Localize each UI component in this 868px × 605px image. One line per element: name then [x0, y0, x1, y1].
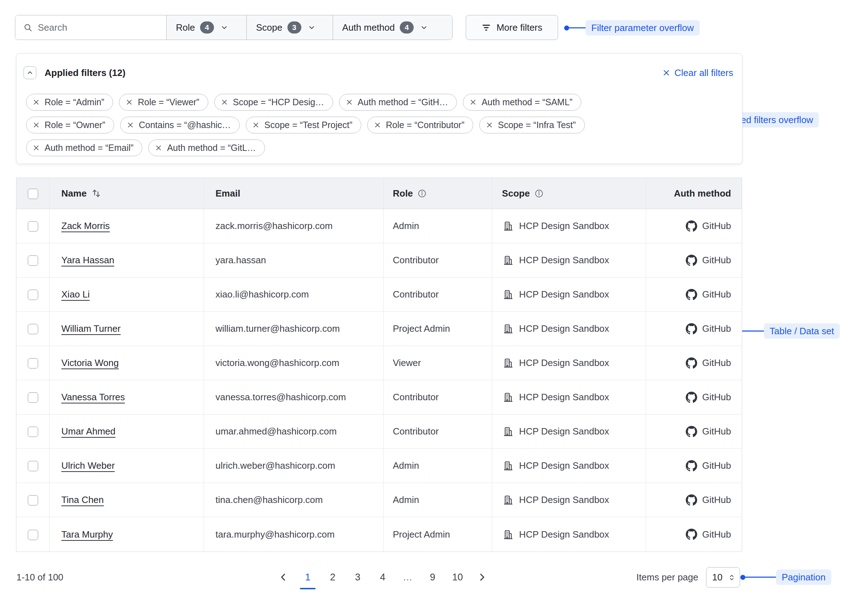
user-name-link[interactable]: Tina Chen: [61, 495, 104, 505]
user-name-link[interactable]: Tara Murphy: [61, 529, 113, 540]
applied-filter-chip[interactable]: Role = “Admin”: [26, 94, 113, 110]
chevron-down-icon: [308, 23, 316, 31]
close-icon[interactable]: [127, 121, 134, 129]
row-checkbox[interactable]: [28, 221, 38, 231]
close-icon[interactable]: [252, 121, 260, 129]
table-row: Tara Murphy tara.murphy@hashicorp.com Pr…: [16, 517, 742, 551]
github-icon: [686, 220, 697, 232]
applied-filter-chip-label: Contains = “@hashic…: [139, 120, 231, 130]
applied-filter-chip[interactable]: Auth method = “SAML”: [463, 94, 581, 110]
search-input[interactable]: [38, 22, 159, 33]
page-number: …: [400, 571, 415, 583]
org-building-icon: [502, 494, 514, 506]
user-auth-method: GitHub: [702, 495, 731, 506]
collapse-applied-filters-button[interactable]: [23, 66, 36, 79]
role-filter-dropdown[interactable]: Role 4: [166, 16, 246, 40]
user-scope: HCP Design Sandbox: [519, 289, 609, 300]
column-header-name[interactable]: Name: [61, 188, 87, 199]
search-field[interactable]: [16, 16, 166, 40]
applied-filter-chip[interactable]: Scope = “HCP Desig…: [214, 94, 333, 110]
row-checkbox[interactable]: [28, 358, 38, 369]
row-checkbox[interactable]: [28, 392, 38, 403]
applied-filter-chip[interactable]: Auth method = “GitH…: [339, 94, 457, 110]
user-name-link[interactable]: William Turner: [61, 323, 121, 334]
scope-filter-dropdown[interactable]: Scope 3: [246, 16, 333, 40]
user-name-link[interactable]: Vanessa Torres: [61, 392, 125, 402]
chevron-down-icon: [420, 23, 428, 31]
close-icon[interactable]: [346, 98, 353, 106]
column-header-auth-method: Auth method: [674, 188, 731, 199]
user-email: william.turner@hashicorp.com: [215, 323, 340, 334]
page-number[interactable]: 1: [300, 571, 316, 583]
role-filter-label: Role: [176, 22, 195, 33]
close-icon[interactable]: [33, 121, 40, 129]
user-email: xiao.li@hashicorp.com: [215, 289, 309, 299]
user-email: yara.hassan: [215, 255, 266, 265]
page-number[interactable]: 2: [325, 571, 341, 583]
user-name-link[interactable]: Umar Ahmed: [61, 426, 116, 437]
applied-filter-chip[interactable]: Auth method = “GitL…: [148, 140, 265, 156]
user-email: vanessa.torres@hashicorp.com: [215, 392, 346, 402]
close-icon[interactable]: [126, 98, 133, 106]
org-building-icon: [502, 391, 514, 403]
page-number[interactable]: 4: [375, 571, 391, 583]
previous-page-button[interactable]: [276, 572, 291, 582]
filter-lines-icon: [481, 23, 491, 33]
page-number[interactable]: 3: [350, 571, 366, 583]
auth-method-filter-dropdown[interactable]: Auth method 4: [333, 16, 452, 40]
user-name-link[interactable]: Ulrich Weber: [61, 460, 115, 471]
applied-filter-chip-label: Scope = “HCP Desig…: [233, 97, 324, 107]
role-filter-count-badge: 4: [200, 22, 214, 34]
page-number[interactable]: 9: [425, 571, 440, 583]
page-number[interactable]: 10: [450, 571, 465, 583]
row-checkbox[interactable]: [28, 324, 38, 334]
items-per-page-select[interactable]: 10: [706, 567, 740, 588]
user-role: Admin: [393, 495, 419, 505]
more-filters-label: More filters: [496, 22, 542, 33]
row-checkbox[interactable]: [28, 427, 38, 437]
info-icon[interactable]: [534, 189, 544, 199]
applied-filter-chip[interactable]: Role = “Viewer”: [119, 94, 208, 110]
sort-icon[interactable]: [91, 188, 102, 199]
applied-filter-chip[interactable]: Scope = “Test Project”: [246, 116, 361, 133]
close-icon[interactable]: [486, 121, 493, 129]
applied-filter-chip[interactable]: Auth method = “Email”: [26, 140, 142, 156]
chevron-up-icon: [26, 69, 34, 76]
user-role: Admin: [393, 460, 419, 471]
applied-filter-chip[interactable]: Role = “Owner”: [26, 116, 114, 133]
table-row: Ulrich Weber ulrich.weber@hashicorp.com …: [16, 449, 742, 483]
github-icon: [686, 460, 697, 472]
close-icon[interactable]: [221, 98, 228, 106]
applied-filter-chip[interactable]: Scope = “Infra Test”: [479, 116, 584, 133]
applied-filter-chip[interactable]: Role = “Contributor”: [367, 116, 473, 133]
github-icon: [686, 529, 697, 540]
next-page-button[interactable]: [475, 572, 489, 582]
close-icon[interactable]: [155, 144, 162, 152]
info-icon[interactable]: [417, 189, 427, 199]
row-checkbox[interactable]: [28, 290, 38, 300]
row-checkbox[interactable]: [28, 461, 38, 471]
org-building-icon: [502, 254, 514, 266]
user-name-link[interactable]: Victoria Wong: [61, 357, 119, 368]
user-role: Project Admin: [393, 529, 450, 540]
close-icon[interactable]: [33, 98, 40, 106]
more-filters-button[interactable]: More filters: [466, 15, 558, 40]
user-scope: HCP Design Sandbox: [519, 495, 609, 506]
clear-all-filters-button[interactable]: Clear all filters: [662, 67, 733, 79]
user-name-link[interactable]: Xiao Li: [61, 289, 90, 299]
row-checkbox[interactable]: [28, 530, 38, 540]
select-all-checkbox[interactable]: [28, 189, 38, 199]
user-scope: HCP Design Sandbox: [519, 460, 609, 471]
auth-method-filter-count-badge: 4: [400, 22, 414, 34]
user-name-link[interactable]: Zack Morris: [61, 220, 110, 231]
user-name-link[interactable]: Yara Hassan: [61, 255, 114, 265]
row-checkbox[interactable]: [28, 495, 38, 506]
close-icon[interactable]: [374, 121, 381, 129]
applied-filter-chip[interactable]: Contains = “@hashic…: [120, 116, 240, 133]
user-auth-method: GitHub: [702, 529, 731, 540]
close-icon[interactable]: [33, 144, 40, 152]
close-icon: [662, 69, 670, 77]
row-checkbox[interactable]: [28, 255, 38, 266]
org-building-icon: [502, 529, 514, 540]
close-icon[interactable]: [469, 98, 477, 106]
